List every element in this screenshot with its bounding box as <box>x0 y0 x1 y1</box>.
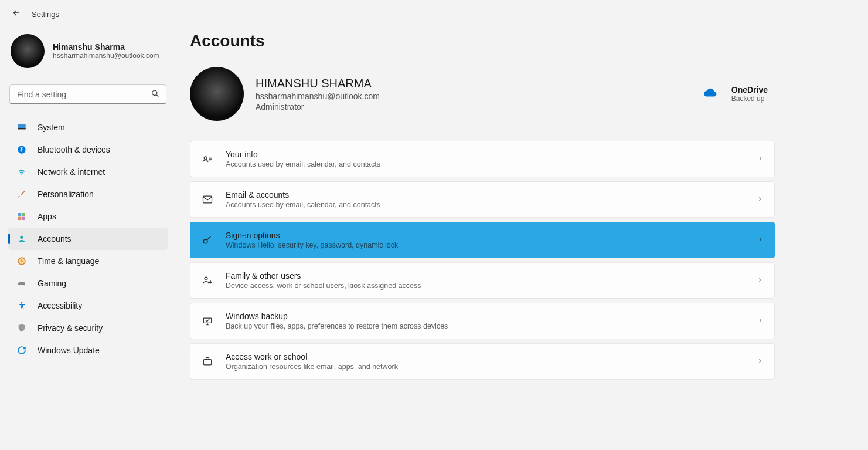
brush-icon <box>16 189 27 199</box>
card-title: Family & other users <box>226 271 745 280</box>
card-subtitle: Windows Hello, security key, password, d… <box>226 241 745 249</box>
sidebar-item-accessibility[interactable]: Accessibility <box>8 295 168 317</box>
svg-rect-12 <box>203 196 212 203</box>
wifi-icon <box>16 167 27 177</box>
chevron-right-icon <box>757 316 764 326</box>
svg-rect-6 <box>18 217 21 220</box>
sidebar-item-privacy[interactable]: Privacy & security <box>8 317 168 339</box>
account-email: hssharmahimanshu@outlook.com <box>256 92 380 101</box>
card-subtitle: Back up your files, apps, preferences to… <box>226 322 745 330</box>
chevron-right-icon <box>757 276 764 285</box>
nav-label: Personalization <box>38 190 94 199</box>
cloud-icon <box>702 86 717 101</box>
user-name: Himanshu Sharma <box>53 42 159 52</box>
card-sign-in-options[interactable]: Sign-in options Windows Hello, security … <box>190 222 775 258</box>
sidebar-item-network[interactable]: Network & internet <box>8 161 168 183</box>
sidebar-item-time-language[interactable]: Time & language <box>8 250 168 272</box>
gamepad-icon <box>16 278 27 289</box>
nav-label: Windows Update <box>38 346 100 355</box>
nav-label: Accessibility <box>38 301 82 310</box>
onedrive-status[interactable]: OneDrive Backed up <box>702 85 775 103</box>
page-title: Accounts <box>190 32 868 50</box>
account-role: Administrator <box>256 102 380 111</box>
window-title: Settings <box>32 10 59 19</box>
apps-icon <box>16 211 27 222</box>
display-icon <box>16 122 27 133</box>
mail-icon <box>201 194 214 205</box>
chevron-right-icon <box>757 357 764 366</box>
onedrive-status-text: Backed up <box>731 94 768 103</box>
card-windows-backup[interactable]: Windows backup Back up your files, apps,… <box>190 303 775 339</box>
nav-label: Network & internet <box>38 167 105 177</box>
svg-point-15 <box>209 281 212 283</box>
onedrive-title: OneDrive <box>731 85 768 94</box>
nav-label: Gaming <box>38 279 66 288</box>
nav-label: Time & language <box>38 256 99 266</box>
backup-icon <box>201 315 214 327</box>
avatar <box>11 34 45 68</box>
bluetooth-icon <box>16 144 27 155</box>
sidebar-item-system[interactable]: System <box>8 116 168 138</box>
sidebar-item-accounts[interactable]: Accounts <box>8 228 168 250</box>
card-subtitle: Accounts used by email, calendar, and co… <box>226 201 745 209</box>
sidebar: Himanshu Sharma hssharmahimanshu@outlook… <box>0 28 182 381</box>
account-name: HIMANSHU SHARMA <box>256 77 380 90</box>
accessibility-icon <box>16 300 27 311</box>
avatar-large <box>190 67 244 121</box>
svg-rect-17 <box>203 360 211 365</box>
nav-label: Bluetooth & devices <box>38 145 110 154</box>
svg-point-8 <box>20 236 23 239</box>
chevron-right-icon <box>757 235 764 245</box>
user-profile[interactable]: Himanshu Sharma hssharmahimanshu@outlook… <box>8 28 182 80</box>
svg-point-13 <box>203 239 207 243</box>
svg-rect-5 <box>22 213 25 216</box>
chevron-right-icon <box>757 195 764 204</box>
svg-rect-4 <box>18 213 21 216</box>
card-subtitle: Device access, work or school users, kio… <box>226 282 745 290</box>
back-button[interactable] <box>12 8 21 20</box>
card-work-school[interactable]: Access work or school Organization resou… <box>190 343 775 380</box>
nav-label: Apps <box>38 212 56 221</box>
clock-globe-icon <box>16 256 27 266</box>
card-title: Windows backup <box>226 312 745 321</box>
card-subtitle: Accounts used by email, calendar, and co… <box>226 160 745 168</box>
main-content: Accounts HIMANSHU SHARMA hssharmahimansh… <box>182 28 868 381</box>
account-summary: HIMANSHU SHARMA hssharmahimanshu@outlook… <box>190 67 380 121</box>
update-icon <box>16 345 27 356</box>
card-email-accounts[interactable]: Email & accounts Accounts used by email,… <box>190 181 775 218</box>
svg-rect-2 <box>18 128 25 129</box>
svg-point-14 <box>205 277 207 280</box>
sidebar-item-personalization[interactable]: Personalization <box>8 183 168 205</box>
shield-icon <box>16 323 27 333</box>
card-title: Email & accounts <box>226 190 745 199</box>
card-title: Access work or school <box>226 352 745 361</box>
card-your-info[interactable]: Your info Accounts used by email, calend… <box>190 141 775 177</box>
search-input[interactable] <box>9 84 166 104</box>
svg-point-10 <box>21 302 23 304</box>
svg-point-0 <box>152 90 157 95</box>
briefcase-icon <box>201 356 214 367</box>
card-family-users[interactable]: Family & other users Device access, work… <box>190 262 775 299</box>
sidebar-item-windows-update[interactable]: Windows Update <box>8 339 168 361</box>
chevron-right-icon <box>757 154 764 164</box>
nav-label: System <box>38 123 65 132</box>
svg-point-11 <box>204 157 207 160</box>
sidebar-item-gaming[interactable]: Gaming <box>8 272 168 295</box>
person-icon <box>16 234 27 244</box>
card-title: Sign-in options <box>226 231 745 240</box>
person-card-icon <box>201 153 214 165</box>
nav-label: Accounts <box>38 234 72 243</box>
card-title: Your info <box>226 150 745 159</box>
card-subtitle: Organization resources like email, apps,… <box>226 363 745 371</box>
user-email: hssharmahimanshu@outlook.com <box>53 52 159 60</box>
sidebar-item-bluetooth[interactable]: Bluetooth & devices <box>8 138 168 161</box>
nav-label: Privacy & security <box>38 323 103 333</box>
key-icon <box>201 234 214 246</box>
search-icon <box>151 90 159 100</box>
family-icon <box>201 275 214 286</box>
sidebar-item-apps[interactable]: Apps <box>8 205 168 228</box>
svg-rect-7 <box>22 217 25 220</box>
